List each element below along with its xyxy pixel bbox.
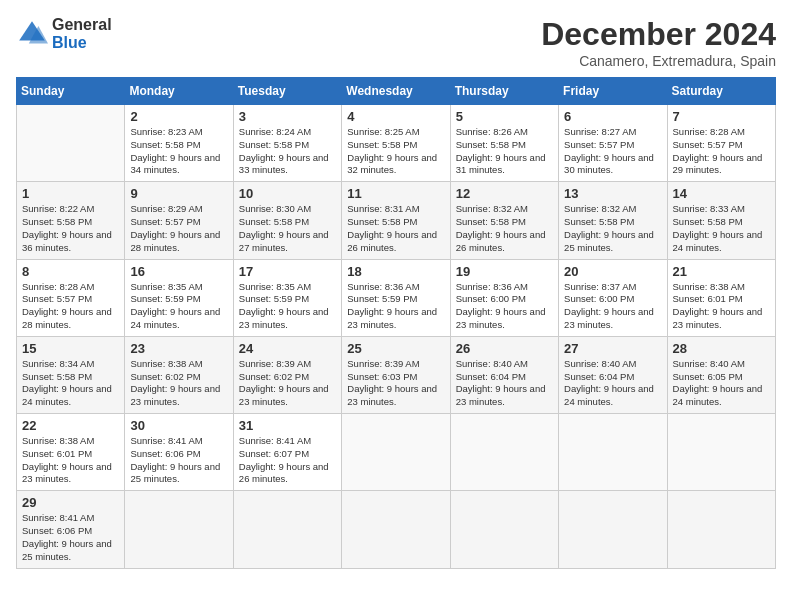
calendar-week-row: 15Sunrise: 8:34 AMSunset: 5:58 PMDayligh… [17, 336, 776, 413]
calendar-cell: 7Sunrise: 8:28 AMSunset: 5:57 PMDaylight… [667, 105, 775, 182]
calendar-cell: 20Sunrise: 8:37 AMSunset: 6:00 PMDayligh… [559, 259, 667, 336]
day-info: Sunrise: 8:32 AMSunset: 5:58 PMDaylight:… [456, 203, 546, 252]
day-info: Sunrise: 8:39 AMSunset: 6:02 PMDaylight:… [239, 358, 329, 407]
col-thursday: Thursday [450, 78, 558, 105]
day-info: Sunrise: 8:29 AMSunset: 5:57 PMDaylight:… [130, 203, 220, 252]
day-info: Sunrise: 8:41 AMSunset: 6:07 PMDaylight:… [239, 435, 329, 484]
header: General Blue December 2024 Canamero, Ext… [16, 16, 776, 69]
calendar-week-row: 29Sunrise: 8:41 AMSunset: 6:06 PMDayligh… [17, 491, 776, 568]
day-info: Sunrise: 8:40 AMSunset: 6:05 PMDaylight:… [673, 358, 763, 407]
col-wednesday: Wednesday [342, 78, 450, 105]
day-number: 10 [239, 186, 336, 201]
logo-general: General [52, 16, 112, 33]
day-number: 6 [564, 109, 661, 124]
calendar-cell: 3Sunrise: 8:24 AMSunset: 5:58 PMDaylight… [233, 105, 341, 182]
day-number: 28 [673, 341, 770, 356]
logo: General Blue [16, 16, 112, 51]
day-number: 4 [347, 109, 444, 124]
col-friday: Friday [559, 78, 667, 105]
calendar-cell: 24Sunrise: 8:39 AMSunset: 6:02 PMDayligh… [233, 336, 341, 413]
day-number: 2 [130, 109, 227, 124]
day-info: Sunrise: 8:35 AMSunset: 5:59 PMDaylight:… [239, 281, 329, 330]
day-info: Sunrise: 8:23 AMSunset: 5:58 PMDaylight:… [130, 126, 220, 175]
calendar-cell: 15Sunrise: 8:34 AMSunset: 5:58 PMDayligh… [17, 336, 125, 413]
day-number: 11 [347, 186, 444, 201]
day-number: 15 [22, 341, 119, 356]
day-info: Sunrise: 8:27 AMSunset: 5:57 PMDaylight:… [564, 126, 654, 175]
day-number: 31 [239, 418, 336, 433]
day-number: 12 [456, 186, 553, 201]
day-number: 19 [456, 264, 553, 279]
day-number: 14 [673, 186, 770, 201]
day-number: 23 [130, 341, 227, 356]
calendar-cell [450, 491, 558, 568]
calendar-week-row: 22Sunrise: 8:38 AMSunset: 6:01 PMDayligh… [17, 414, 776, 491]
day-info: Sunrise: 8:37 AMSunset: 6:00 PMDaylight:… [564, 281, 654, 330]
calendar-cell: 12Sunrise: 8:32 AMSunset: 5:58 PMDayligh… [450, 182, 558, 259]
day-info: Sunrise: 8:36 AMSunset: 6:00 PMDaylight:… [456, 281, 546, 330]
day-info: Sunrise: 8:35 AMSunset: 5:59 PMDaylight:… [130, 281, 220, 330]
col-sunday: Sunday [17, 78, 125, 105]
day-info: Sunrise: 8:31 AMSunset: 5:58 PMDaylight:… [347, 203, 437, 252]
day-number: 8 [22, 264, 119, 279]
calendar-cell [233, 491, 341, 568]
day-number: 22 [22, 418, 119, 433]
calendar-cell: 23Sunrise: 8:38 AMSunset: 6:02 PMDayligh… [125, 336, 233, 413]
calendar-cell [559, 414, 667, 491]
calendar-cell [342, 414, 450, 491]
calendar-cell: 6Sunrise: 8:27 AMSunset: 5:57 PMDaylight… [559, 105, 667, 182]
day-info: Sunrise: 8:38 AMSunset: 6:01 PMDaylight:… [673, 281, 763, 330]
day-info: Sunrise: 8:38 AMSunset: 6:02 PMDaylight:… [130, 358, 220, 407]
calendar-cell: 26Sunrise: 8:40 AMSunset: 6:04 PMDayligh… [450, 336, 558, 413]
day-info: Sunrise: 8:22 AMSunset: 5:58 PMDaylight:… [22, 203, 112, 252]
calendar-cell [342, 491, 450, 568]
calendar-cell: 16Sunrise: 8:35 AMSunset: 5:59 PMDayligh… [125, 259, 233, 336]
day-number: 5 [456, 109, 553, 124]
calendar-cell [450, 414, 558, 491]
calendar-cell: 28Sunrise: 8:40 AMSunset: 6:05 PMDayligh… [667, 336, 775, 413]
day-number: 1 [22, 186, 119, 201]
day-info: Sunrise: 8:39 AMSunset: 6:03 PMDaylight:… [347, 358, 437, 407]
day-info: Sunrise: 8:36 AMSunset: 5:59 PMDaylight:… [347, 281, 437, 330]
day-number: 27 [564, 341, 661, 356]
calendar-cell: 17Sunrise: 8:35 AMSunset: 5:59 PMDayligh… [233, 259, 341, 336]
day-number: 24 [239, 341, 336, 356]
day-number: 21 [673, 264, 770, 279]
day-number: 13 [564, 186, 661, 201]
day-info: Sunrise: 8:34 AMSunset: 5:58 PMDaylight:… [22, 358, 112, 407]
day-info: Sunrise: 8:32 AMSunset: 5:58 PMDaylight:… [564, 203, 654, 252]
calendar-table: Sunday Monday Tuesday Wednesday Thursday… [16, 77, 776, 569]
calendar-cell: 4Sunrise: 8:25 AMSunset: 5:58 PMDaylight… [342, 105, 450, 182]
day-info: Sunrise: 8:33 AMSunset: 5:58 PMDaylight:… [673, 203, 763, 252]
day-number: 16 [130, 264, 227, 279]
logo-text: General Blue [52, 16, 112, 51]
calendar-cell: 14Sunrise: 8:33 AMSunset: 5:58 PMDayligh… [667, 182, 775, 259]
logo-blue: Blue [52, 34, 87, 51]
header-row: Sunday Monday Tuesday Wednesday Thursday… [17, 78, 776, 105]
page-container: General Blue December 2024 Canamero, Ext… [16, 16, 776, 569]
subtitle: Canamero, Extremadura, Spain [541, 53, 776, 69]
calendar-week-row: 2Sunrise: 8:23 AMSunset: 5:58 PMDaylight… [17, 105, 776, 182]
day-number: 20 [564, 264, 661, 279]
day-number: 29 [22, 495, 119, 510]
day-info: Sunrise: 8:40 AMSunset: 6:04 PMDaylight:… [564, 358, 654, 407]
calendar-cell [667, 414, 775, 491]
calendar-cell [559, 491, 667, 568]
day-number: 25 [347, 341, 444, 356]
calendar-cell: 21Sunrise: 8:38 AMSunset: 6:01 PMDayligh… [667, 259, 775, 336]
calendar-cell: 10Sunrise: 8:30 AMSunset: 5:58 PMDayligh… [233, 182, 341, 259]
day-number: 30 [130, 418, 227, 433]
title-area: December 2024 Canamero, Extremadura, Spa… [541, 16, 776, 69]
calendar-cell: 31Sunrise: 8:41 AMSunset: 6:07 PMDayligh… [233, 414, 341, 491]
logo-icon [16, 18, 48, 50]
col-saturday: Saturday [667, 78, 775, 105]
day-info: Sunrise: 8:38 AMSunset: 6:01 PMDaylight:… [22, 435, 112, 484]
day-info: Sunrise: 8:30 AMSunset: 5:58 PMDaylight:… [239, 203, 329, 252]
day-info: Sunrise: 8:41 AMSunset: 6:06 PMDaylight:… [22, 512, 112, 561]
day-info: Sunrise: 8:26 AMSunset: 5:58 PMDaylight:… [456, 126, 546, 175]
day-number: 7 [673, 109, 770, 124]
day-number: 17 [239, 264, 336, 279]
calendar-cell: 9Sunrise: 8:29 AMSunset: 5:57 PMDaylight… [125, 182, 233, 259]
calendar-cell: 8Sunrise: 8:28 AMSunset: 5:57 PMDaylight… [17, 259, 125, 336]
calendar-cell: 11Sunrise: 8:31 AMSunset: 5:58 PMDayligh… [342, 182, 450, 259]
